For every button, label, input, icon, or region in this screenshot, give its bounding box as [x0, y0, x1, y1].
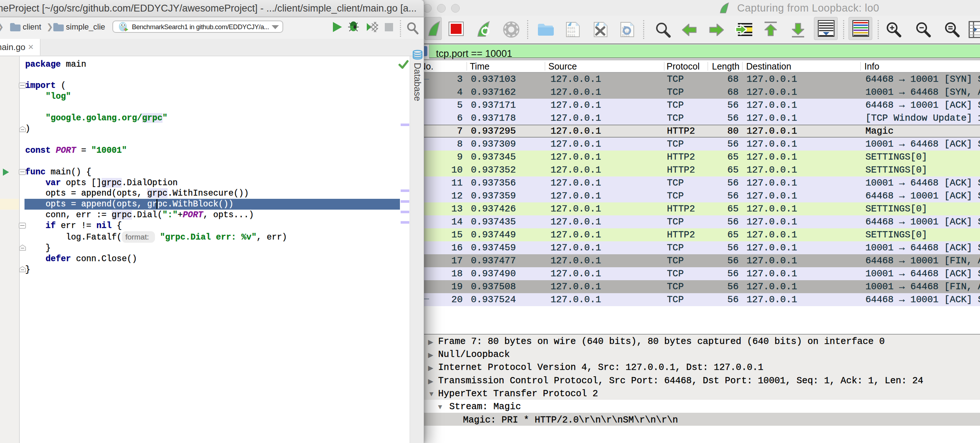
svg-text:0111: 0111	[568, 34, 575, 38]
svg-text:0101: 0101	[568, 27, 575, 30]
svg-text:0110: 0110	[568, 30, 575, 34]
